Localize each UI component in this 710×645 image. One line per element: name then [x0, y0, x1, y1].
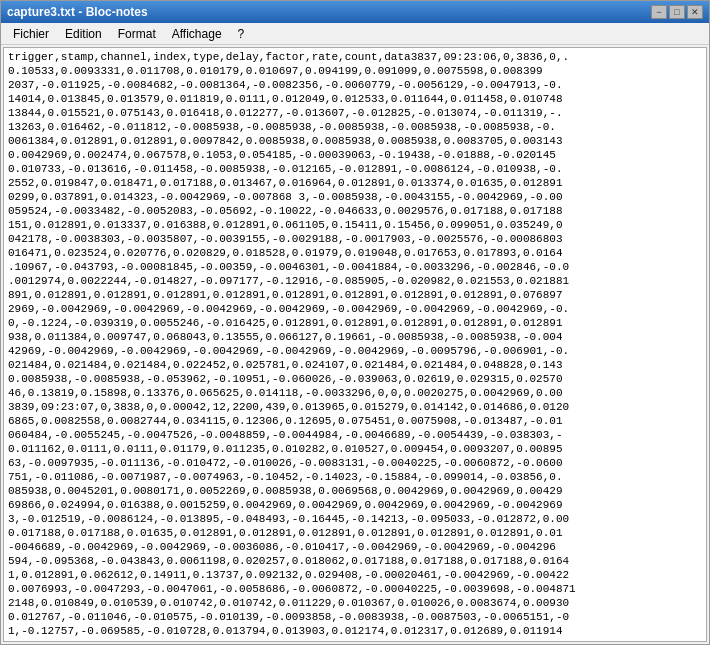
menu-edition[interactable]: Edition — [57, 25, 110, 43]
menu-format[interactable]: Format — [110, 25, 164, 43]
main-window: capture3.txt - Bloc-notes − □ ✕ Fichier … — [0, 0, 710, 645]
minimize-button[interactable]: − — [651, 5, 667, 19]
window-title: capture3.txt - Bloc-notes — [7, 5, 148, 19]
menu-fichier[interactable]: Fichier — [5, 25, 57, 43]
menu-affichage[interactable]: Affichage — [164, 25, 230, 43]
maximize-button[interactable]: □ — [669, 5, 685, 19]
menu-bar: Fichier Edition Format Affichage ? — [1, 23, 709, 45]
title-bar: capture3.txt - Bloc-notes − □ ✕ — [1, 1, 709, 23]
menu-help[interactable]: ? — [230, 25, 253, 43]
title-bar-buttons: − □ ✕ — [651, 5, 703, 19]
close-button[interactable]: ✕ — [687, 5, 703, 19]
content-area: trigger,stamp,channel,index,type,delay,f… — [3, 47, 707, 642]
text-content[interactable]: trigger,stamp,channel,index,type,delay,f… — [4, 48, 706, 641]
